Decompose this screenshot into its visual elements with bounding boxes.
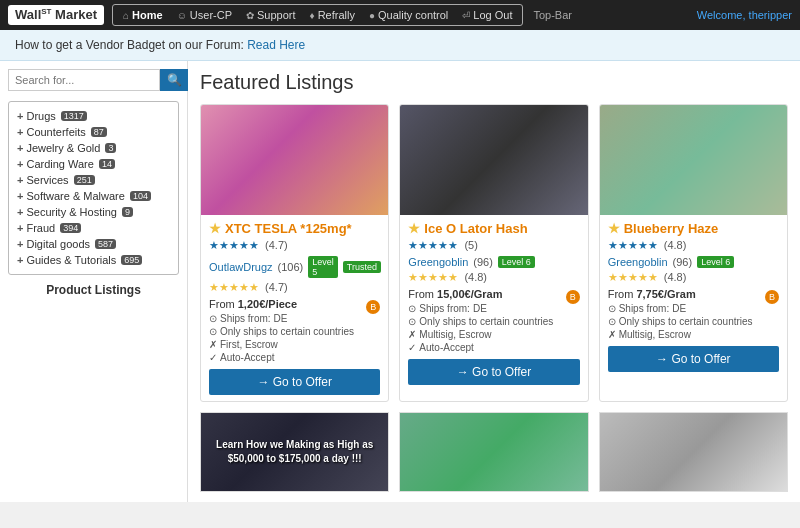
listing-body-xtc: ★ XTC TESLA *125mg* ★★★★★ (4.7) OutlawDr…: [201, 215, 388, 401]
vendor-row-blueberry: Greengoblin (96) Level 6: [608, 256, 779, 268]
listing-card-xtc: ★ XTC TESLA *125mg* ★★★★★ (4.7) OutlawDr…: [200, 104, 389, 402]
listing-image-ice: [400, 105, 587, 215]
cat-digital[interactable]: + Digital goods 587: [17, 236, 170, 252]
logo-sup: ST: [41, 7, 51, 16]
listing-ships-xtc: ⊙ Ships from: DE: [209, 313, 366, 324]
listing-title-xtc: ★ XTC TESLA *125mg*: [209, 221, 380, 236]
bottom-thumb-2[interactable]: [399, 412, 588, 492]
featured-star-blueberry: ★: [608, 221, 620, 236]
top-bar: WallST Market ⌂ Home ☺ User-CP ✿ Support…: [0, 0, 800, 30]
logout-icon: ⏎: [462, 10, 470, 21]
cat-counterfeits[interactable]: + Counterfeits 87: [17, 124, 170, 140]
cat-software[interactable]: + Software & Malware 104: [17, 188, 170, 204]
level-badge-blueberry: Level 6: [697, 256, 734, 268]
sidebar: 🔍 + Drugs 1317 + Counterfeits 87 + Jewel…: [0, 61, 188, 502]
nav-logout[interactable]: ⏎ Log Out: [456, 7, 518, 23]
search-input[interactable]: [8, 69, 160, 91]
bottom-thumbnails: Learn How we Making as High as $50,000 t…: [200, 412, 788, 492]
username: theripper: [749, 9, 792, 21]
listing-escrow2-xtc: ✓ Auto-Accept: [209, 352, 380, 363]
nav-refrally[interactable]: ♦ Refrally: [304, 7, 361, 23]
level-badge-ice: Level 6: [498, 256, 535, 268]
listing-title-ice: ★ Ice O Lator Hash: [408, 221, 579, 236]
featured-star-xtc: ★: [209, 221, 221, 236]
listing-stars-ice: ★★★★★ (5): [408, 239, 579, 252]
category-list: + Drugs 1317 + Counterfeits 87 + Jewelry…: [8, 101, 179, 275]
read-here-link[interactable]: Read Here: [247, 38, 305, 52]
vendor-row-xtc: OutlawDrugz (106) Level 5 Trusted: [209, 256, 380, 278]
vendor-row-ice: Greengoblin (96) Level 6: [408, 256, 579, 268]
search-button[interactable]: 🔍: [160, 69, 189, 91]
nav-home[interactable]: ⌂ Home: [117, 7, 169, 23]
featured-star-ice: ★: [408, 221, 420, 236]
listing-ships-ice: ⊙ Ships from: DE: [408, 303, 565, 314]
listing-card-ice: ★ Ice O Lator Hash ★★★★★ (5) Greengoblin…: [399, 104, 588, 402]
main-layout: 🔍 + Drugs 1317 + Counterfeits 87 + Jewel…: [0, 61, 800, 502]
escrow-icon-xtc: B: [366, 300, 380, 314]
escrow-icon-ice: B: [566, 290, 580, 304]
vendor-stars-xtc: ★★★★★ (4.7): [209, 281, 380, 294]
listing-body-ice: ★ Ice O Lator Hash ★★★★★ (5) Greengoblin…: [400, 215, 587, 391]
listing-ships-to-blueberry: ⊙ Only ships to certain countries: [608, 316, 779, 327]
nav-menu: ⌂ Home ☺ User-CP ✿ Support ♦ Refrally ● …: [112, 4, 523, 26]
nav-support[interactable]: ✿ Support: [240, 7, 302, 23]
nav-user-cp[interactable]: ☺ User-CP: [171, 7, 238, 23]
listing-body-blueberry: ★ Blueberry Haze ★★★★★ (4.8) Greengoblin…: [600, 215, 787, 378]
listing-ships-blueberry: ⊙ Ships from: DE: [608, 303, 765, 314]
listing-escrow1-blueberry: ✗ Multisig, Escrow: [608, 329, 779, 340]
escrow-icon-blueberry: B: [765, 290, 779, 304]
topbar-label: Top-Bar: [533, 9, 572, 21]
listings-grid: ★ XTC TESLA *125mg* ★★★★★ (4.7) OutlawDr…: [200, 104, 788, 402]
listing-title-blueberry: ★ Blueberry Haze: [608, 221, 779, 236]
listing-escrow2-ice: ✓ Auto-Accept: [408, 342, 579, 353]
vendor-stars-blueberry: ★★★★★ (4.8): [608, 271, 779, 284]
cat-jewelry[interactable]: + Jewelry & Gold 3: [17, 140, 170, 156]
cat-carding[interactable]: + Carding Ware 14: [17, 156, 170, 172]
welcome-message: Welcome, theripper: [697, 9, 792, 21]
listing-escrow1-xtc: ✗ First, Escrow: [209, 339, 380, 350]
listing-image-xtc: [201, 105, 388, 215]
thumb-text-1: Learn How we Making as High as $50,000 t…: [206, 438, 383, 466]
go-to-offer-xtc[interactable]: → Go to Offer: [209, 369, 380, 395]
cat-fraud[interactable]: + Fraud 394: [17, 220, 170, 236]
nav-quality-control[interactable]: ● Quality control: [363, 7, 454, 23]
vendor-name-xtc[interactable]: OutlawDrugz: [209, 261, 273, 273]
quality-icon: ●: [369, 10, 375, 21]
cat-guides[interactable]: + Guides & Tutorials 695: [17, 252, 170, 268]
level-badge-xtc: Level 5: [308, 256, 338, 278]
listing-card-blueberry: ★ Blueberry Haze ★★★★★ (4.8) Greengoblin…: [599, 104, 788, 402]
main-content: Featured Listings ★ XTC TESLA *125mg* ★★…: [188, 61, 800, 502]
go-to-offer-ice[interactable]: → Go to Offer: [408, 359, 579, 385]
trusted-badge-xtc: Trusted: [343, 261, 381, 273]
bottom-thumb-1[interactable]: Learn How we Making as High as $50,000 t…: [200, 412, 389, 492]
support-icon: ✿: [246, 10, 254, 21]
vendor-banner: How to get a Vendor Badget on our Forum:…: [0, 30, 800, 61]
listing-image-blueberry: [600, 105, 787, 215]
listing-stars-xtc: ★★★★★ (4.7): [209, 239, 380, 252]
listing-price-ice: From 15,00€/Gram B: [408, 288, 579, 300]
user-icon: ☺: [177, 10, 187, 21]
refrally-icon: ♦: [310, 10, 315, 21]
search-bar: 🔍: [8, 69, 179, 91]
vendor-name-blueberry[interactable]: Greengoblin: [608, 256, 668, 268]
listing-ships-to-xtc: ⊙ Only ships to certain countries: [209, 326, 380, 337]
home-icon: ⌂: [123, 10, 129, 21]
listing-price-blueberry: From 7,75€/Gram B: [608, 288, 779, 300]
section-title: Featured Listings: [200, 71, 788, 94]
listing-price-xtc: From 1,20€/Piece B: [209, 298, 380, 310]
go-to-offer-blueberry[interactable]: → Go to Offer: [608, 346, 779, 372]
listing-stars-blueberry: ★★★★★ (4.8): [608, 239, 779, 252]
cat-services[interactable]: + Services 251: [17, 172, 170, 188]
vendor-stars-ice: ★★★★★ (4.8): [408, 271, 579, 284]
listing-ships-to-ice: ⊙ Only ships to certain countries: [408, 316, 579, 327]
site-logo[interactable]: WallST Market: [8, 5, 104, 24]
product-listings-label: Product Listings: [8, 283, 179, 297]
bottom-thumb-3[interactable]: [599, 412, 788, 492]
listing-escrow1-ice: ✗ Multisig, Escrow: [408, 329, 579, 340]
cat-security[interactable]: + Security & Hosting 9: [17, 204, 170, 220]
vendor-name-ice[interactable]: Greengoblin: [408, 256, 468, 268]
cat-drugs[interactable]: + Drugs 1317: [17, 108, 170, 124]
